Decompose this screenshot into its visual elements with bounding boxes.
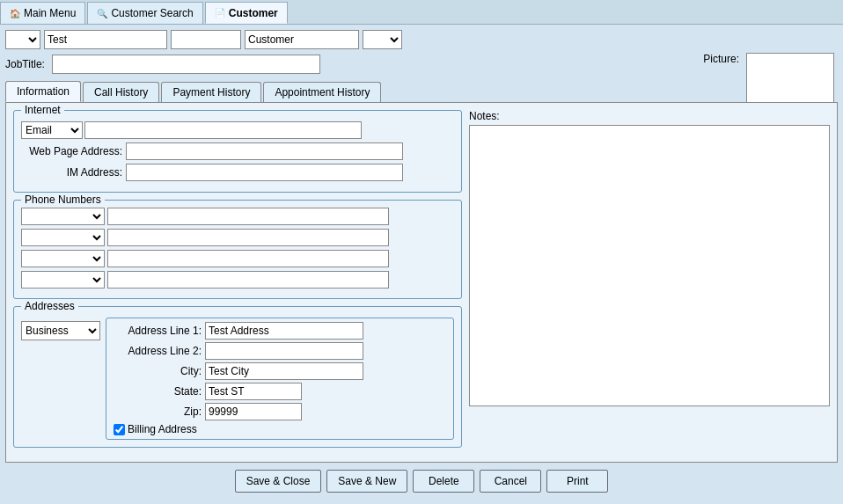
phone-type-3[interactable]: HomeMobileWorkFax [21,250,105,267]
addr-line2-row: Address Line 2: [114,342,446,360]
customer-name-input[interactable] [245,30,359,49]
tab-customer-label: Customer [229,7,278,19]
addr-line1-row: Address Line 1: [114,322,446,340]
im-input[interactable] [126,164,403,181]
internet-section: Internet Email Email 2 Web Page Address: [13,110,462,193]
content-panel: Internet Email Email 2 Web Page Address: [5,102,838,463]
webpage-label: Web Page Address: [21,145,122,157]
billing-checkbox[interactable] [114,424,125,435]
tab-main-menu-label: Main Menu [24,7,76,19]
email-type-select[interactable]: Email Email 2 [21,121,83,139]
tab-customer-search-label: Customer Search [111,7,193,19]
addr-zip-label: Zip: [114,405,202,418]
jobtitle-input[interactable] [52,55,320,74]
billing-row: Billing Address [114,423,446,435]
phone-type-4[interactable]: HomeMobileWorkFax [21,271,105,289]
main-menu-icon: 🏠 [10,9,20,18]
customer-icon: 📄 [215,8,225,18]
main-area: Picture: Mr. Mrs. Ms. Dr. Jr. Sr. III Jo… [0,25,843,501]
tab-payment-history[interactable]: Payment History [161,82,261,102]
phone-section: Phone Numbers HomeMobileWorkFax HomeMobi… [13,200,462,299]
webpage-input[interactable] [126,142,403,160]
delete-button[interactable]: Delete [413,470,474,493]
right-column: Notes: [469,110,830,455]
address-fields: Address Line 1: Address Line 2: City: [106,318,454,440]
prefix-select[interactable]: Mr. Mrs. Ms. Dr. [5,30,40,49]
tab-call-history-label: Call History [94,86,148,99]
suffix-select[interactable]: Jr. Sr. III [363,30,402,49]
header-row: Mr. Mrs. Ms. Dr. Jr. Sr. III [5,30,838,49]
addr-city-row: City: [114,362,446,380]
left-column: Internet Email Email 2 Web Page Address: [13,110,462,455]
tab-customer[interactable]: 📄 Customer [205,2,288,24]
two-col-layout: Internet Email Email 2 Web Page Address: [13,110,830,455]
im-label: IM Address: [21,166,122,179]
addr-line2-input[interactable] [205,342,363,360]
addr-line1-label: Address Line 1: [114,325,202,337]
customer-search-icon: 🔍 [97,9,107,18]
address-row: Business Home Other Address Line 1: [21,318,454,440]
save-new-button[interactable]: Save & New [326,470,407,493]
addr-state-label: State: [114,385,202,398]
phone-row-3: HomeMobileWorkFax [21,250,454,267]
tab-appointment-history[interactable]: Appointment History [263,82,381,102]
internet-legend: Internet [21,104,64,116]
sub-tabs-row: Information Call History Payment History… [5,81,838,102]
addr-city-label: City: [114,365,202,377]
addresses-section: Addresses Business Home Other Address Li… [13,306,462,448]
cancel-button[interactable]: Cancel [480,470,541,493]
addr-zip-row: Zip: [114,403,446,420]
phone-input-2[interactable] [107,229,389,246]
phone-input-1[interactable] [107,208,389,225]
tab-customer-search[interactable]: 🔍 Customer Search [87,2,202,24]
phone-input-3[interactable] [107,250,389,267]
email-input[interactable] [84,121,362,139]
title-bar: 🏠 Main Menu 🔍 Customer Search 📄 Customer [0,0,843,25]
addr-state-input[interactable] [205,383,302,400]
address-type-select[interactable]: Business Home Other [21,321,100,340]
print-button[interactable]: Print [546,470,608,493]
tab-main-menu[interactable]: 🏠 Main Menu [0,2,85,24]
billing-label: Billing Address [128,423,197,435]
picture-label: Picture: [703,53,739,65]
phone-type-1[interactable]: HomeMobileWorkFax [21,208,105,225]
tab-payment-history-label: Payment History [172,86,250,99]
bottom-bar: Save & Close Save & New Delete Cancel Pr… [5,463,838,496]
notes-textarea[interactable] [469,125,830,406]
tab-call-history[interactable]: Call History [83,82,159,102]
tab-appointment-history-label: Appointment History [275,86,370,99]
phone-type-2[interactable]: HomeMobileWorkFax [21,229,105,246]
phone-row-2: HomeMobileWorkFax [21,229,454,246]
addr-line2-label: Address Line 2: [114,345,202,357]
phone-row-4: HomeMobileWorkFax [21,271,454,289]
jobtitle-label: JobTitle: [5,58,45,70]
webpage-row: Web Page Address: [21,142,454,160]
addr-line1-input[interactable] [205,322,363,340]
tab-information[interactable]: Information [5,81,81,102]
last-name-input[interactable] [171,30,241,49]
save-close-button[interactable]: Save & Close [235,470,322,493]
addr-city-input[interactable] [205,362,363,380]
notes-label: Notes: [469,110,830,122]
im-row: IM Address: [21,164,454,181]
addresses-legend: Addresses [21,300,78,312]
phone-row-1: HomeMobileWorkFax [21,208,454,225]
addr-state-row: State: [114,383,446,400]
phone-legend: Phone Numbers [21,194,105,206]
email-row: Email Email 2 [21,121,454,139]
addr-zip-input[interactable] [205,403,302,420]
tab-information-label: Information [17,85,70,98]
phone-input-4[interactable] [107,271,389,289]
first-name-input[interactable] [44,30,167,49]
